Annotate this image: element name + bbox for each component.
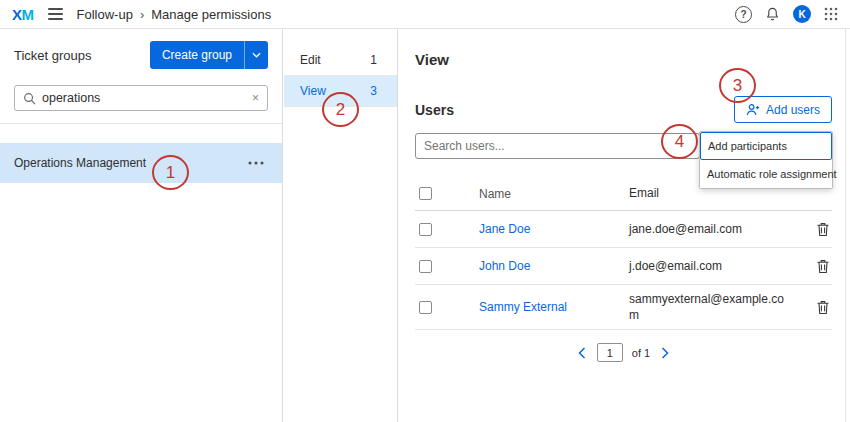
scrollbar-track[interactable] [845,29,846,422]
chevron-right-icon: › [140,7,144,22]
user-name-link[interactable]: Jane Doe [479,222,530,236]
page-total-label: of 1 [632,347,650,359]
chevron-down-icon [252,52,261,58]
permission-count: 1 [370,53,377,67]
row-checkbox[interactable] [419,223,432,236]
panel-title: View [415,51,832,68]
annotation-circle-1: 1 [152,155,189,190]
menu-item-add-participants[interactable]: Add participants [700,132,832,160]
permission-count: 3 [370,84,377,98]
ellipsis-icon [248,161,264,165]
avatar[interactable]: K [793,5,811,23]
xm-logo[interactable]: XM [12,6,34,23]
divider [0,123,282,124]
group-name: Operations Management [14,156,146,170]
grid-icon [824,7,838,21]
create-group-split-button: Create group [150,41,268,69]
group-search-box: × [14,85,268,111]
trash-icon [816,222,830,237]
create-group-button[interactable]: Create group [150,41,244,69]
ticket-groups-title: Ticket groups [14,48,92,63]
delete-user-button[interactable] [814,257,832,276]
user-search-input[interactable] [424,139,691,153]
logo-letter-x: X [12,6,22,23]
table-row: John Doe j.doe@email.com [415,248,832,285]
users-section-header: Users Add users [415,96,832,123]
user-email: j.doe@email.com [629,258,802,274]
ticket-groups-panel: Ticket groups Create group × Operations … [0,29,283,422]
create-group-dropdown-button[interactable] [244,41,268,69]
annotation-circle-2: 2 [322,92,359,127]
select-all-checkbox[interactable] [419,187,432,200]
app-window: XM Follow-up › Manage permissions ? K Ti… [0,0,850,422]
permission-types-panel: Edit 1 View 3 [284,29,398,422]
previous-page-button[interactable] [576,345,588,361]
users-title: Users [415,102,454,118]
hamburger-menu-icon[interactable] [46,6,65,22]
breadcrumb: Follow-up › Manage permissions [77,7,272,22]
help-button[interactable]: ? [735,6,752,23]
permission-label: Edit [300,53,321,67]
permission-row-edit[interactable]: Edit 1 [284,45,397,76]
menu-item-automatic-role-assignment[interactable]: Automatic role assignment [700,160,832,188]
bell-icon [765,6,780,22]
topbar: XM Follow-up › Manage permissions ? K [0,0,850,29]
delete-user-button[interactable] [814,220,832,239]
pagination: of 1 [415,343,832,362]
breadcrumb-parent[interactable]: Follow-up [77,7,133,22]
app-grid-button[interactable] [824,7,838,21]
page-number-input[interactable] [597,343,623,362]
row-checkbox[interactable] [419,301,432,314]
add-users-dropdown-menu: Add participants Automatic role assignme… [699,131,833,189]
chevron-right-icon [661,347,669,359]
group-search-input[interactable] [42,91,246,105]
person-add-icon [746,103,760,117]
breadcrumb-current: Manage permissions [151,7,271,22]
column-header-name: Name [479,187,629,201]
help-icon: ? [735,6,752,23]
ticket-groups-header: Ticket groups Create group [0,29,282,69]
annotation-circle-4: 4 [661,124,698,159]
view-permissions-panel: View Users Add users Add participants Au… [399,29,850,422]
trash-icon [816,259,830,274]
table-row: Sammy External sammyexternal@example.com [415,285,832,330]
delete-user-button[interactable] [814,298,832,317]
user-name-link[interactable]: Sammy External [479,300,567,314]
search-icon [23,92,36,105]
trash-icon [816,300,830,315]
user-search-box [415,133,700,159]
users-table: Name Email Jane Doe jane.doe@email.com [415,177,832,330]
permission-label: View [300,84,326,98]
notifications-button[interactable] [765,6,780,22]
next-page-button[interactable] [659,345,671,361]
logo-letter-m: M [22,6,34,23]
table-row: Jane Doe jane.doe@email.com [415,211,832,248]
add-users-label: Add users [766,103,820,117]
clear-search-icon[interactable]: × [252,92,259,104]
chevron-left-icon [578,347,586,359]
group-list-item[interactable]: Operations Management [0,143,282,183]
user-email: sammyexternal@example.com [629,291,802,323]
group-more-options-button[interactable] [244,157,268,169]
annotation-circle-3: 3 [719,68,756,103]
row-checkbox[interactable] [419,260,432,273]
topbar-actions: ? K [735,5,838,23]
user-email: jane.doe@email.com [629,221,802,237]
user-name-link[interactable]: John Doe [479,259,530,273]
add-users-button[interactable]: Add users [734,96,832,123]
